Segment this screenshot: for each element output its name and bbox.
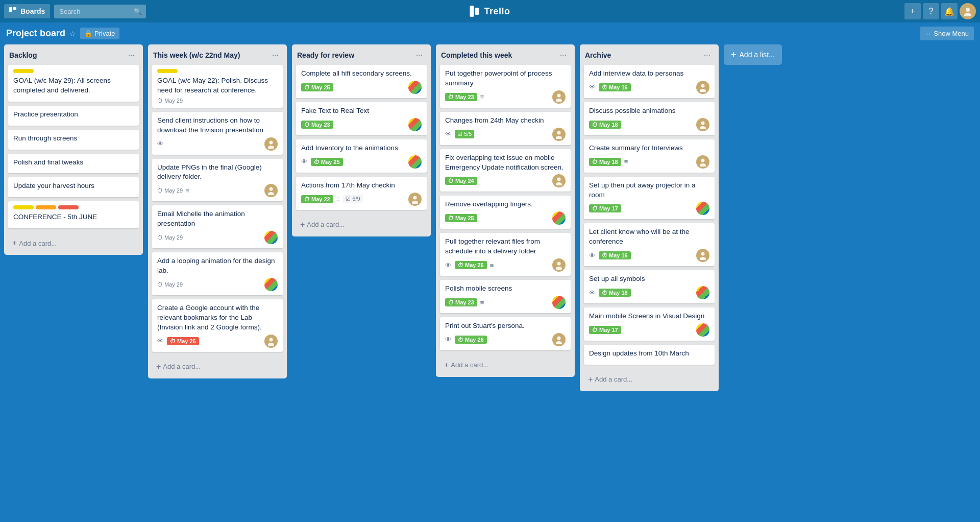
svg-point-6 <box>270 187 273 191</box>
board-title[interactable]: Project board <box>6 28 65 39</box>
card-meta-row: 👁⏱May 16 <box>589 81 709 94</box>
card-meta-left: 👁☑ 5/5 <box>445 130 474 138</box>
add-card-button[interactable]: + Add a card... <box>296 217 427 232</box>
card[interactable]: Add Inventory to the animations👁⏱May 25 <box>296 139 427 173</box>
card[interactable]: Add interview data to personas👁⏱May 16 <box>584 65 715 98</box>
star-icon[interactable]: ☆ <box>69 30 76 38</box>
svg-rect-0 <box>9 7 12 12</box>
date-badge: ⏱May 25 <box>311 158 343 166</box>
avatar-person-icon <box>698 251 707 260</box>
column-body: Put together powerpoint of process summa… <box>436 65 575 354</box>
column-menu-button[interactable]: ··· <box>557 50 570 61</box>
column-body: GOAL (w/c May 22): Polish. Discuss need … <box>148 65 287 356</box>
search-input[interactable] <box>54 5 146 18</box>
column-menu-button[interactable]: ··· <box>269 50 282 61</box>
user-avatar[interactable] <box>960 3 976 19</box>
card[interactable]: CONFERENCE - 5th JUNE <box>8 201 139 228</box>
card[interactable]: Email Michelle the animation presentatio… <box>152 205 283 248</box>
add-list-button[interactable]: +Add a list... <box>724 44 782 65</box>
avatar <box>264 278 278 291</box>
card[interactable]: Changes from 24th May checkin👁☑ 5/5 <box>440 112 571 145</box>
card[interactable]: Discuss possible animations⏱May 18 <box>584 102 715 135</box>
card-meta-row: 👁⏱May 26 <box>157 335 278 348</box>
eye-icon: 👁 <box>157 337 164 345</box>
avatar <box>552 211 566 225</box>
card[interactable]: Set up then put away projector in a room… <box>584 177 715 220</box>
help-button[interactable]: ? <box>923 3 939 19</box>
card[interactable]: Update your harvest hours <box>8 177 139 197</box>
column-archive: Archive ··· Add interview data to person… <box>580 44 719 391</box>
add-card-button[interactable]: + Add a card... <box>440 358 571 373</box>
card-meta-left: 👁 <box>157 140 164 148</box>
date-badge: ⏱May 16 <box>599 83 631 91</box>
card-title: Create a Google account with the relevan… <box>157 303 278 333</box>
card[interactable]: Send client instructions on how to downl… <box>152 112 283 155</box>
date-badge: ⏱May 18 <box>599 289 631 297</box>
show-menu-button[interactable]: ··· Show Menu <box>920 27 974 40</box>
card[interactable]: Fix overlapping text issue on mobile Eme… <box>440 149 571 192</box>
privacy-button[interactable]: 🔒 Private <box>80 28 119 39</box>
boards-button[interactable]: Boards <box>4 4 50 18</box>
card-meta-left: ⏱May 29 <box>157 234 183 241</box>
svg-point-5 <box>268 146 274 149</box>
card-meta-row: ⏱May 17 <box>589 323 709 337</box>
clock-icon: ⏱ <box>592 122 598 128</box>
card[interactable]: Pull together relevant files from schedu… <box>440 233 571 276</box>
card[interactable]: Set up all symbols👁⏱May 18 <box>584 270 715 303</box>
column-body: Complete all hifi secondary screens.⏱May… <box>292 65 431 214</box>
card-meta-left: 👁⏱May 26 <box>157 337 199 345</box>
card[interactable]: GOAL (w/c May 29): All screens completed… <box>8 65 139 102</box>
column-menu-button[interactable]: ··· <box>125 50 138 61</box>
svg-rect-1 <box>13 7 16 10</box>
card[interactable]: Put together powerpoint of process summa… <box>440 65 571 108</box>
date-badge: ⏱May 25 <box>301 83 333 91</box>
card[interactable]: Fake Text to Real Text⏱May 23 <box>296 102 427 135</box>
card[interactable]: Run through screens <box>8 130 139 150</box>
card[interactable]: Complete all hifi secondary screens.⏱May… <box>296 65 427 98</box>
card[interactable]: Actions from 17th May checkin⏱May 22≡☑ 6… <box>296 177 427 210</box>
date-badge: ⏱May 17 <box>589 326 621 334</box>
card-meta-row: 👁⏱May 26≡ <box>445 258 566 272</box>
checklist-badge: ☑ 5/5 <box>455 130 474 138</box>
add-card-button[interactable]: + Add a card... <box>8 235 139 251</box>
add-card-button[interactable]: + Add a card... <box>152 359 283 374</box>
card-title: Complete all hifi secondary screens. <box>301 69 422 79</box>
card-title: Main mobile Screens in Visual Design <box>589 312 709 321</box>
card[interactable]: Polish mobile screens⏱May 23≡ <box>440 280 571 313</box>
card-label-yellow <box>13 69 34 73</box>
avatar-person-icon <box>266 139 276 149</box>
column-menu-button[interactable]: ··· <box>413 50 426 61</box>
add-card-button[interactable]: + Add a card... <box>584 372 715 387</box>
card[interactable]: GOAL (w/c May 22): Polish. Discuss need … <box>152 65 283 108</box>
avatar <box>552 296 566 309</box>
card-title: Polish and final tweaks <box>13 158 134 168</box>
card-meta-row: ⏱May 23≡ <box>445 90 566 104</box>
card[interactable]: Main mobile Screens in Visual Design⏱May… <box>584 307 715 341</box>
add-button[interactable]: + <box>904 3 921 19</box>
date-badge: ⏱May 18 <box>589 158 621 166</box>
trello-name: Trello <box>484 6 510 17</box>
card[interactable]: Remove overlapping fingers.⏱May 25 <box>440 196 571 229</box>
column-ready-for-review: Ready for review ··· Complete all hifi s… <box>292 44 431 236</box>
column-menu-button[interactable]: ··· <box>701 50 714 61</box>
add-card-label: Add a card... <box>19 240 57 247</box>
add-list-label: Add a list... <box>740 51 775 59</box>
card[interactable]: Add a looping animation for the design l… <box>152 252 283 295</box>
avatar-person-icon <box>554 335 564 344</box>
clock-icon: ⏱ <box>304 196 310 202</box>
card[interactable]: Create summary for Interviews⏱May 18≡ <box>584 139 715 173</box>
card[interactable]: Polish and final tweaks <box>8 154 139 174</box>
notifications-button[interactable]: 🔔 <box>941 3 958 19</box>
card[interactable]: Practice presentation <box>8 106 139 126</box>
card-meta-left: 👁⏱May 25 <box>301 158 343 166</box>
help-icon: ? <box>929 7 934 16</box>
svg-point-24 <box>701 121 705 125</box>
card[interactable]: Create a Google account with the relevan… <box>152 299 283 352</box>
card[interactable]: Update PNGs in the final (Google) delive… <box>152 159 283 202</box>
card[interactable]: Let client know who will be at the confe… <box>584 223 715 266</box>
nav-right-actions: + ? 🔔 <box>904 3 976 19</box>
card[interactable]: Print out Stuart's persona.👁⏱May 26 <box>440 317 571 350</box>
card[interactable]: Design updates from 10th March <box>584 345 715 365</box>
card-title: Let client know who will be at the confe… <box>589 227 709 247</box>
column-header: Backlog ··· <box>4 44 143 65</box>
